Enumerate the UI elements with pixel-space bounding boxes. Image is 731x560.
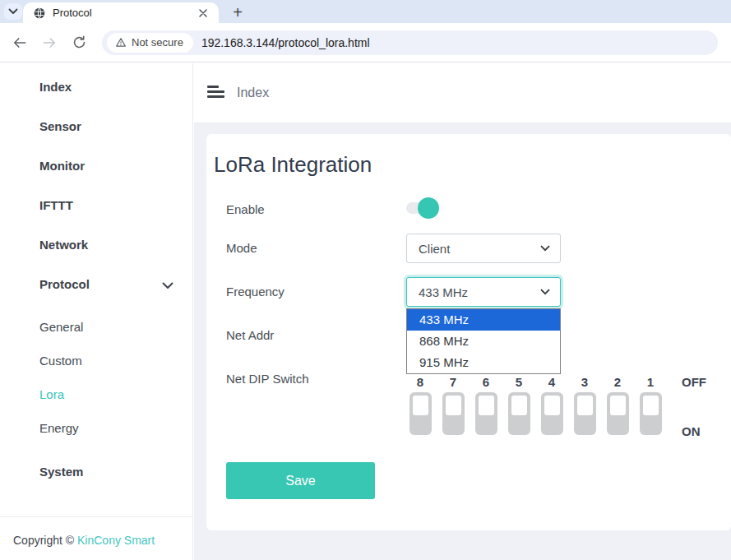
copyright-brand-link[interactable]: KinCony Smart bbox=[77, 534, 155, 547]
tab-close-icon[interactable] bbox=[196, 6, 211, 21]
sidebar-item-ifttt[interactable]: IFTTT bbox=[39, 198, 73, 213]
dip-number-4: 4 bbox=[535, 375, 568, 389]
sidebar-item-monitor[interactable]: Monitor bbox=[39, 159, 85, 174]
tab-title: Protocol bbox=[53, 7, 196, 19]
frequency-label: Frequency bbox=[226, 285, 285, 299]
copyright: Copyright © KinCony Smart bbox=[13, 534, 155, 547]
dip-lever bbox=[413, 396, 428, 415]
chevron-down-icon bbox=[8, 8, 18, 15]
tab-strip: Protocol + bbox=[0, 0, 731, 23]
sidebar-item-general[interactable]: General bbox=[39, 320, 83, 335]
sidebar-item-protocol[interactable]: Protocol bbox=[39, 277, 90, 292]
dip-switch-3[interactable] bbox=[574, 392, 596, 435]
dip-number-6: 6 bbox=[470, 375, 502, 389]
frequency-value: 433 MHz bbox=[419, 285, 468, 299]
sidebar-item-system[interactable]: System bbox=[39, 465, 83, 479]
dip-switch-6[interactable] bbox=[475, 392, 497, 435]
sidebar-item-index[interactable]: Index bbox=[39, 80, 72, 95]
reload-icon bbox=[72, 35, 87, 50]
enable-label: Enable bbox=[226, 202, 265, 217]
sidebar-item-network[interactable]: Network bbox=[39, 238, 88, 252]
globe-favicon-icon bbox=[33, 7, 46, 20]
dip-on-label: ON bbox=[682, 424, 701, 438]
browser-window: Protocol + Not secure 192.168.3.144/prot… bbox=[0, 0, 731, 560]
security-chip[interactable]: Not secure bbox=[107, 33, 193, 53]
dip-number-7: 7 bbox=[437, 375, 470, 389]
dip-number-5: 5 bbox=[502, 375, 535, 389]
warning-triangle-icon bbox=[115, 37, 127, 48]
back-arrow-icon bbox=[12, 35, 28, 51]
dip-off-label: OFF bbox=[682, 375, 706, 389]
dip-switch-7[interactable] bbox=[442, 392, 465, 435]
hamburger-menu-icon[interactable] bbox=[207, 86, 225, 100]
forward-arrow-icon bbox=[41, 35, 58, 51]
mode-value: Client bbox=[419, 242, 450, 256]
sidebar-item-energy[interactable]: Energy bbox=[39, 421, 79, 436]
save-button[interactable]: Save bbox=[226, 462, 375, 499]
sidebar-item-sensor[interactable]: Sensor bbox=[39, 119, 81, 134]
sidebar: Index Sensor Monitor IFTTT Network Proto… bbox=[0, 63, 193, 560]
dip-number-3: 3 bbox=[568, 375, 601, 389]
dip-lever bbox=[643, 396, 659, 415]
net-dip-switch-label: Net DIP Switch bbox=[226, 372, 309, 386]
sidebar-item-custom[interactable]: Custom bbox=[39, 354, 82, 368]
page-title: LoRa Integration bbox=[214, 152, 372, 178]
chevron-down-icon bbox=[540, 289, 550, 295]
mode-select[interactable]: Client bbox=[406, 234, 561, 263]
frequency-option-915[interactable]: 915 MHz bbox=[407, 352, 560, 373]
protocol-chevron-down-icon[interactable] bbox=[162, 278, 175, 291]
dip-switch-8[interactable] bbox=[409, 392, 432, 435]
dip-lever bbox=[577, 396, 593, 415]
app-body: Index Sensor Monitor IFTTT Network Proto… bbox=[0, 63, 731, 560]
sidebar-divider bbox=[0, 516, 193, 517]
frequency-dropdown: 433 MHz 868 MHz 915 MHz bbox=[406, 308, 561, 374]
frequency-option-868[interactable]: 868 MHz bbox=[407, 331, 560, 352]
sidebar-item-lora[interactable]: Lora bbox=[39, 387, 64, 402]
copyright-text: Copyright © bbox=[13, 534, 74, 547]
browser-toolbar: Not secure 192.168.3.144/protocol_lora.h… bbox=[0, 23, 731, 62]
url-text: 192.168.3.144/protocol_lora.html bbox=[201, 36, 370, 49]
dip-switch-2[interactable] bbox=[607, 392, 629, 435]
dip-lever bbox=[610, 396, 626, 415]
browser-tab[interactable]: Protocol bbox=[23, 2, 219, 23]
chevron-down-icon bbox=[540, 245, 550, 252]
dip-switch-5[interactable] bbox=[508, 392, 530, 435]
security-label: Not secure bbox=[132, 36, 183, 49]
dip-lever bbox=[544, 396, 560, 415]
lora-card: LoRa Integration Enable Mode Client Freq… bbox=[206, 134, 731, 530]
breadcrumb[interactable]: Index bbox=[237, 86, 269, 100]
back-button[interactable] bbox=[8, 31, 31, 54]
address-bar[interactable]: Not secure 192.168.3.144/protocol_lora.h… bbox=[102, 30, 718, 55]
new-tab-button[interactable]: + bbox=[227, 2, 248, 23]
dip-lever bbox=[479, 396, 494, 415]
dip-lever bbox=[511, 396, 527, 415]
main-header: Index bbox=[194, 63, 731, 123]
forward-button[interactable] bbox=[38, 31, 61, 54]
page-content: LoRa Integration Enable Mode Client Freq… bbox=[194, 123, 731, 560]
frequency-select[interactable]: 433 MHz bbox=[406, 277, 561, 307]
dip-switch-1[interactable] bbox=[640, 392, 662, 435]
dip-number-2: 2 bbox=[601, 375, 634, 389]
enable-toggle[interactable] bbox=[406, 197, 439, 219]
dip-switch-4[interactable] bbox=[541, 392, 563, 435]
mode-label: Mode bbox=[226, 241, 257, 256]
dip-number-1: 1 bbox=[634, 375, 667, 389]
tab-search-button[interactable] bbox=[4, 3, 22, 20]
net-addr-label: Net Addr bbox=[226, 328, 274, 343]
reload-button[interactable] bbox=[67, 31, 90, 54]
toggle-knob bbox=[418, 197, 439, 219]
dip-number-8: 8 bbox=[404, 375, 437, 389]
frequency-option-433[interactable]: 433 MHz bbox=[407, 309, 560, 331]
dip-lever bbox=[446, 396, 461, 415]
